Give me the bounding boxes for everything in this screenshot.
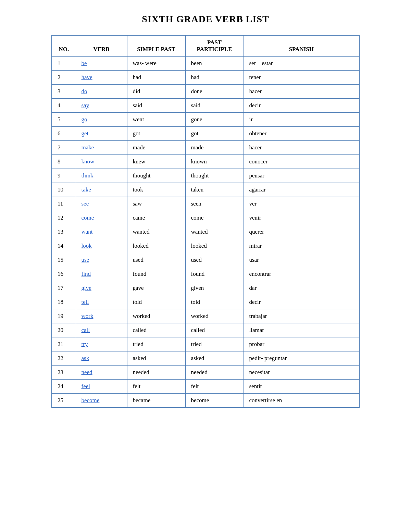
cell-verb[interactable]: come — [76, 211, 127, 225]
cell-past-participle: done — [185, 85, 244, 99]
cell-verb[interactable]: think — [76, 169, 127, 183]
cell-verb[interactable]: go — [76, 113, 127, 127]
cell-simple-past: asked — [127, 351, 185, 366]
cell-verb[interactable]: say — [76, 99, 127, 113]
cell-spanish: venir — [244, 211, 359, 225]
cell-spanish: necesitar — [244, 366, 359, 380]
cell-spanish: encontrar — [244, 267, 359, 281]
cell-simple-past: told — [127, 295, 185, 309]
cell-past-participle: wanted — [185, 225, 244, 239]
cell-past-participle: had — [185, 71, 244, 85]
cell-no: 6 — [52, 127, 76, 141]
table-row: 10taketooktakenagarrar — [52, 183, 359, 197]
cell-verb[interactable]: look — [76, 239, 127, 253]
cell-past-participle: given — [185, 281, 244, 295]
cell-past-participle: asked — [185, 351, 244, 366]
cell-verb[interactable]: see — [76, 197, 127, 211]
cell-spanish: llamar — [244, 323, 359, 337]
cell-spanish: dar — [244, 281, 359, 295]
col-header-past-participle: PASTPARTICIPLE — [185, 35, 244, 57]
cell-simple-past: had — [127, 71, 185, 85]
cell-verb[interactable]: need — [76, 366, 127, 380]
table-row: 18telltoldtolddecir — [52, 295, 359, 309]
cell-spanish: conocer — [244, 155, 359, 169]
cell-simple-past: knew — [127, 155, 185, 169]
cell-verb[interactable]: do — [76, 85, 127, 99]
cell-past-participle: worked — [185, 309, 244, 323]
table-row: 17givegavegivendar — [52, 281, 359, 295]
cell-verb[interactable]: take — [76, 183, 127, 197]
table-row: 6getgotgotobtener — [52, 127, 359, 141]
cell-verb[interactable]: want — [76, 225, 127, 239]
cell-no: 10 — [52, 183, 76, 197]
page: SIXTH GRADE VERB LIST NO. VERB SIMPLE PA… — [51, 14, 360, 518]
cell-past-participle: thought — [185, 169, 244, 183]
cell-past-participle: seen — [185, 197, 244, 211]
table-row: 24feelfeltfeltsentir — [52, 380, 359, 394]
cell-verb[interactable]: work — [76, 309, 127, 323]
cell-simple-past: wanted — [127, 225, 185, 239]
cell-verb[interactable]: feel — [76, 380, 127, 394]
cell-no: 23 — [52, 366, 76, 380]
cell-verb[interactable]: use — [76, 253, 127, 267]
cell-verb[interactable]: tell — [76, 295, 127, 309]
cell-simple-past: made — [127, 141, 185, 155]
cell-simple-past: was- were — [127, 57, 185, 71]
cell-simple-past: went — [127, 113, 185, 127]
cell-spanish: hacer — [244, 141, 359, 155]
cell-spanish: tener — [244, 71, 359, 85]
cell-past-participle: become — [185, 394, 244, 408]
cell-spanish: convertirse en — [244, 394, 359, 408]
table-row: 2havehadhadtener — [52, 71, 359, 85]
cell-no: 16 — [52, 267, 76, 281]
cell-no: 12 — [52, 211, 76, 225]
table-row: 13wantwantedwantedquerer — [52, 225, 359, 239]
cell-spanish: probar — [244, 337, 359, 351]
table-row: 12comecamecomevenir — [52, 211, 359, 225]
cell-no: 9 — [52, 169, 76, 183]
cell-no: 2 — [52, 71, 76, 85]
table-row: 14looklookedlookedmirar — [52, 239, 359, 253]
table-row: 5gowentgoneir — [52, 113, 359, 127]
table-row: 22askaskedaskedpedir- preguntar — [52, 351, 359, 366]
cell-simple-past: looked — [127, 239, 185, 253]
cell-simple-past: gave — [127, 281, 185, 295]
cell-past-participle: known — [185, 155, 244, 169]
cell-no: 24 — [52, 380, 76, 394]
cell-simple-past: got — [127, 127, 185, 141]
table-row: 16findfoundfoundencontrar — [52, 267, 359, 281]
cell-verb[interactable]: make — [76, 141, 127, 155]
cell-simple-past: came — [127, 211, 185, 225]
cell-verb[interactable]: be — [76, 57, 127, 71]
cell-verb[interactable]: give — [76, 281, 127, 295]
table-row: 15useusedusedusar — [52, 253, 359, 267]
table-row: 20callcalledcalledllamar — [52, 323, 359, 337]
cell-simple-past: became — [127, 394, 185, 408]
cell-verb[interactable]: have — [76, 71, 127, 85]
cell-verb[interactable]: find — [76, 267, 127, 281]
cell-simple-past: needed — [127, 366, 185, 380]
cell-verb[interactable]: ask — [76, 351, 127, 366]
cell-no: 4 — [52, 99, 76, 113]
cell-no: 7 — [52, 141, 76, 155]
cell-past-participle: gone — [185, 113, 244, 127]
cell-simple-past: did — [127, 85, 185, 99]
cell-no: 20 — [52, 323, 76, 337]
cell-past-participle: made — [185, 141, 244, 155]
cell-past-participle: been — [185, 57, 244, 71]
cell-spanish: pensar — [244, 169, 359, 183]
cell-verb[interactable]: know — [76, 155, 127, 169]
cell-spanish: pedir- preguntar — [244, 351, 359, 366]
cell-no: 22 — [52, 351, 76, 366]
cell-verb[interactable]: call — [76, 323, 127, 337]
cell-spanish: hacer — [244, 85, 359, 99]
cell-past-participle: told — [185, 295, 244, 309]
cell-spanish: agarrar — [244, 183, 359, 197]
cell-verb[interactable]: try — [76, 337, 127, 351]
table-row: 4saysaidsaiddecir — [52, 99, 359, 113]
cell-spanish: obtener — [244, 127, 359, 141]
cell-no: 8 — [52, 155, 76, 169]
cell-verb[interactable]: become — [76, 394, 127, 408]
cell-past-participle: come — [185, 211, 244, 225]
cell-verb[interactable]: get — [76, 127, 127, 141]
